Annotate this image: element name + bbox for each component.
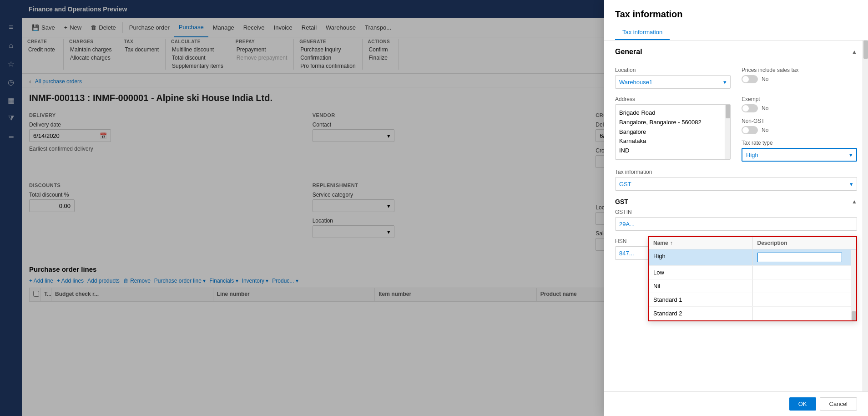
exempt-toggle-control: No <box>742 104 857 112</box>
address-line-4: Karnataka <box>619 137 727 146</box>
address-line-1: Brigade Road <box>619 108 727 118</box>
prices-include-toggle-control[interactable] <box>742 75 758 83</box>
tax-tab-tax-information[interactable]: Tax information <box>615 25 670 40</box>
dropdown-item-nil[interactable]: Nil <box>649 279 856 293</box>
tax-rate-type-label: Tax rate type <box>742 140 857 146</box>
dropdown-item-standard1-name: Standard 1 <box>649 293 753 306</box>
address-line-3: Bangalore <box>619 127 727 137</box>
non-gst-toggle[interactable] <box>742 126 758 134</box>
tax-panel-tabs: Tax information <box>615 25 857 40</box>
hsn-value: 847... <box>619 250 634 257</box>
non-gst-label: Non-GST <box>742 118 857 124</box>
dropdown-desc-label: Description <box>757 240 787 246</box>
address-field: Address Brigade Road Bangalore, Bangalor… <box>615 96 731 162</box>
tax-rate-dropdown-popup: Name ↑ Description High Low <box>648 236 857 321</box>
non-gst-value: No <box>762 127 768 133</box>
dropdown-scrollbar-thumb <box>852 311 856 320</box>
collapse-gst-button[interactable]: ▲ <box>852 198 857 205</box>
gstin-label: GSTIN <box>615 209 857 215</box>
tax-panel-header: Tax information Tax information <box>604 0 868 41</box>
dropdown-item-standard1-desc <box>753 293 857 306</box>
tax-panel-title: Tax information <box>615 9 857 20</box>
tax-info-gstin-row: Tax information GST ▾ <box>615 169 857 191</box>
dropdown-item-high[interactable]: High <box>649 249 856 266</box>
location-field-label: Location <box>615 67 731 73</box>
dropdown-item-standard2-desc <box>753 307 857 320</box>
address-scrollbar[interactable] <box>725 105 730 159</box>
location-row: Location Warehouse1 ▾ Prices include sal… <box>615 67 857 89</box>
exempt-value: No <box>762 105 768 112</box>
dropdown-item-low[interactable]: Low <box>649 266 856 279</box>
tax-information-dropdown[interactable]: GST ▾ <box>615 177 857 191</box>
dropdown-item-standard2[interactable]: Standard 2 <box>649 307 856 320</box>
tax-info-chevron-icon: ▾ <box>850 181 853 188</box>
dropdown-header: Name ↑ Description <box>649 237 856 249</box>
sort-indicator: ↑ <box>670 240 673 246</box>
dropdown-item-low-name: Low <box>649 266 753 279</box>
address-scrollbar-thumb <box>726 105 730 118</box>
address-exempt-row: Address Brigade Road Bangalore, Bangalor… <box>615 96 857 162</box>
address-box: Brigade Road Bangalore, Bangalore - 5600… <box>615 104 731 160</box>
gstin-hsn-row: GSTIN 29A... <box>615 209 857 231</box>
tax-information-value: GST <box>619 181 631 188</box>
address-line-5: IND <box>619 146 727 156</box>
prices-include-value: No <box>762 76 768 82</box>
dropdown-item-standard2-name: Standard 2 <box>649 307 753 320</box>
address-line-2: Bangalore, Bangalore - 560082 <box>619 118 727 127</box>
cancel-button[interactable]: Cancel <box>820 397 857 411</box>
tax-panel-scrollbar[interactable] <box>863 41 868 391</box>
dropdown-item-high-desc[interactable] <box>753 249 857 265</box>
dropdown-name-label: Name <box>653 240 668 246</box>
prices-include-toggle: No <box>742 75 857 83</box>
dropdown-scrollbar[interactable] <box>851 250 856 320</box>
tax-rate-type-dropdown[interactable]: High ▾ <box>742 148 857 162</box>
right-toggles: Exempt No Non-GST No T <box>742 96 857 162</box>
location-dropdown-chevron: ▾ <box>723 79 727 86</box>
tax-panel-footer: OK Cancel <box>604 391 868 416</box>
non-gst-field: Non-GST No <box>742 118 857 134</box>
gstin-field: GSTIN 29A... <box>615 209 857 231</box>
dropdown-item-standard1[interactable]: Standard 1 <box>649 293 856 307</box>
prices-include-label: Prices include sales tax <box>742 67 857 73</box>
exempt-toggle[interactable] <box>742 104 758 112</box>
general-section-title: General <box>615 48 642 56</box>
tax-rate-type-field: Tax rate type High ▾ <box>742 140 857 162</box>
gstin-value: 29A... <box>619 221 635 228</box>
exempt-field: Exempt No <box>742 96 857 112</box>
tax-info-panel: Tax information Tax information General … <box>604 0 868 416</box>
tax-panel-scrollbar-thumb <box>863 41 868 59</box>
gstin-dropdown[interactable]: 29A... <box>615 217 857 231</box>
exempt-label: Exempt <box>742 96 857 102</box>
dropdown-item-low-desc <box>753 266 857 279</box>
location-dropdown[interactable]: Warehouse1 ▾ <box>615 75 731 89</box>
general-section: General ▲ Location Warehouse1 ▾ Prices i… <box>615 48 857 260</box>
dropdown-item-high-name: High <box>649 249 753 265</box>
dropdown-desc-input[interactable] <box>757 253 843 262</box>
gst-section-header: GST ▲ <box>615 198 857 205</box>
tax-info-field-label: Tax information <box>615 169 857 175</box>
address-label: Address <box>615 96 731 102</box>
prices-include-field: Prices include sales tax No <box>742 67 857 89</box>
gst-section-title: GST <box>615 198 628 205</box>
dropdown-item-nil-desc <box>753 279 857 293</box>
dropdown-item-nil-name: Nil <box>649 279 753 293</box>
tax-panel-body: General ▲ Location Warehouse1 ▾ Prices i… <box>604 41 868 391</box>
dropdown-name-header[interactable]: Name ↑ <box>649 237 753 249</box>
location-dropdown-value: Warehouse1 <box>619 79 652 86</box>
non-gst-toggle-control: No <box>742 126 857 134</box>
tax-rate-chevron-icon: ▾ <box>849 152 853 158</box>
ok-button[interactable]: OK <box>789 397 816 411</box>
tax-rate-type-value: High <box>746 152 758 158</box>
location-field: Location Warehouse1 ▾ <box>615 67 731 89</box>
dropdown-scroll-area: High Low Nil Standard 1 <box>649 249 856 320</box>
tax-information-field: Tax information GST ▾ <box>615 169 857 191</box>
general-section-header: General ▲ <box>615 48 857 60</box>
dropdown-desc-header: Description <box>753 237 857 249</box>
collapse-general-button[interactable]: ▲ <box>852 49 857 55</box>
